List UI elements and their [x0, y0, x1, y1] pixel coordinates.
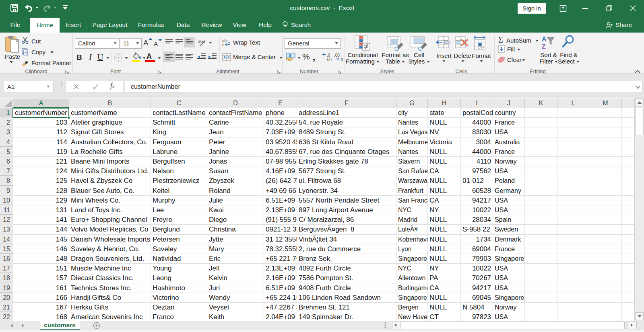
svg-text:.00: .00	[326, 57, 332, 61]
svg-text:.00: .00	[334, 53, 340, 57]
svg-text:A: A	[542, 36, 547, 43]
svg-text:Z: Z	[542, 43, 546, 50]
svg-text:ab: ab	[198, 39, 203, 44]
svg-text:.0: .0	[327, 53, 330, 57]
svg-text:$: $	[289, 53, 291, 58]
svg-text:c: c	[222, 43, 224, 47]
